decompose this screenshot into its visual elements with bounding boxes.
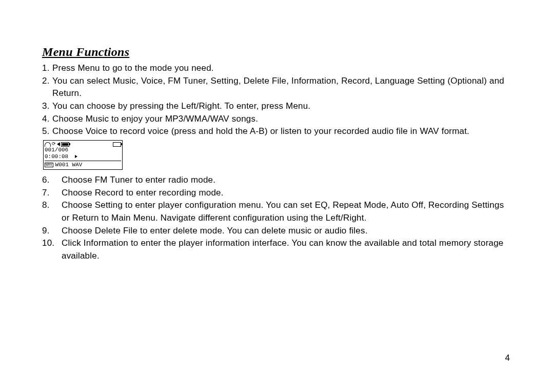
list-item: 7. Choose Record to enter recording mode… <box>42 187 513 200</box>
item-text: You can select Music, Voice, FM Tuner, S… <box>52 75 513 100</box>
item-text: You can choose by pressing the Left/Righ… <box>52 100 513 113</box>
item-number: 8. <box>42 199 62 224</box>
item-text: Choose Record to enter recording mode. <box>62 187 513 200</box>
device-lcd-illustration: ⟳ 001/006 0:00:08 WAV W001 WAV <box>43 140 123 170</box>
list-item: 10. Click Information to enter the playe… <box>42 237 513 262</box>
list-item: 2. You can select Music, Voice, FM Tuner… <box>42 75 513 100</box>
item-number: 9. <box>42 225 62 238</box>
section-heading: Menu Functions <box>42 45 513 59</box>
item-number: 10. <box>42 237 62 262</box>
item-number: 5. <box>42 125 52 138</box>
list-item: 9. Choose Delete File to enter delete mo… <box>42 225 513 238</box>
lcd-elapsed-time: 0:00:08 <box>45 153 68 160</box>
lcd-file-row: WAV W001 WAV <box>45 161 121 168</box>
speaker-icon <box>57 142 60 146</box>
headphone-icon <box>45 142 51 147</box>
lcd-status-bar: ⟳ <box>45 142 121 147</box>
lcd-filename: W001 WAV <box>55 162 83 168</box>
item-number: 7. <box>42 187 62 200</box>
list-item: 8. Choose Setting to enter player config… <box>42 199 513 224</box>
item-text: Choose Delete File to enter delete mode.… <box>62 225 513 238</box>
lcd-time-row: 0:00:08 <box>45 153 121 160</box>
item-number: 2. <box>42 75 52 100</box>
battery-icon <box>113 142 121 147</box>
item-text: Click Information to enter the player in… <box>62 237 513 262</box>
list-item: 4. Choose Music to enjoy your MP3/WMA/WA… <box>42 113 513 126</box>
item-text: Choose FM Tuner to enter radio mode. <box>62 174 513 187</box>
item-number: 6. <box>42 174 62 187</box>
list-item: 1. Press Menu to go to the mode you need… <box>42 62 513 75</box>
instruction-list-top: 1. Press Menu to go to the mode you need… <box>42 62 513 138</box>
item-text: Choose Music to enjoy your MP3/WMA/WAV s… <box>52 113 513 126</box>
list-item: 5. Choose Voice to record voice (press a… <box>42 125 513 138</box>
item-text: Press Menu to go to the mode you need. <box>52 62 513 75</box>
list-item: 3. You can choose by pressing the Left/R… <box>42 100 513 113</box>
list-item: 6. Choose FM Tuner to enter radio mode. <box>42 174 513 187</box>
item-number: 3. <box>42 100 52 113</box>
item-text: Choose Setting to enter player configura… <box>62 199 513 224</box>
instruction-list-bottom: 6. Choose FM Tuner to enter radio mode. … <box>42 174 513 262</box>
play-icon <box>75 155 77 158</box>
repeat-icon: ⟳ <box>52 142 56 147</box>
item-text: Choose Voice to record voice (press and … <box>52 125 513 138</box>
lcd-track-count: 001/006 <box>45 147 121 153</box>
item-number: 1. <box>42 62 52 75</box>
page-number: 4 <box>505 353 510 363</box>
item-number: 4. <box>42 113 52 126</box>
filetype-badge: WAV <box>45 163 53 167</box>
volume-bar-icon <box>61 142 69 147</box>
